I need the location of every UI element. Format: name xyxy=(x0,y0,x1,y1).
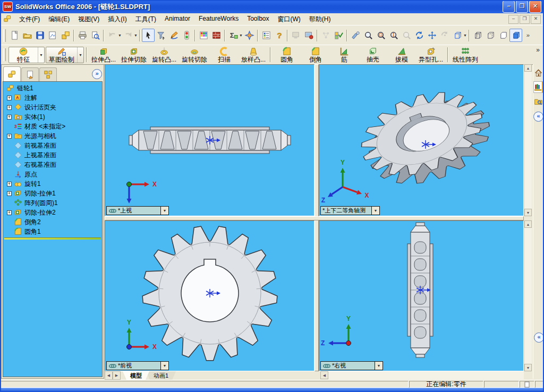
scrollbar-horizontal[interactable]: ◀ xyxy=(320,371,524,379)
panel-expand-button[interactable]: » xyxy=(92,69,102,79)
view-dropdown-button[interactable]: ▼ xyxy=(371,207,379,215)
menu-item[interactable]: 视图(V) xyxy=(74,14,104,25)
rollback-bar[interactable] xyxy=(4,237,101,240)
feature-button-extrude-boss[interactable]: 拉伸凸... xyxy=(89,46,118,64)
toolbar-overflow-button[interactable]: » xyxy=(536,45,540,54)
view-dropdown-button[interactable]: ▼ xyxy=(375,362,382,370)
tree-item[interactable]: 原点 xyxy=(3,169,102,179)
dropdown-arrow-icon[interactable]: ▼ xyxy=(239,33,243,37)
equations-button[interactable]: Σ xyxy=(227,29,240,42)
feature-button-extrude-cut[interactable]: 拉伸切除 xyxy=(118,46,149,64)
tree-item[interactable]: +切除-拉伸1 xyxy=(3,189,102,198)
feature-button-shell[interactable]: 抽壳 xyxy=(359,46,387,64)
feature-button-revolve-cut[interactable]: 旋转切除 xyxy=(179,46,210,64)
sketch-button[interactable] xyxy=(167,29,180,42)
view-label-isometric[interactable]: *上下二等角轴测▼ xyxy=(320,206,380,215)
tree-item[interactable]: 倒角2 xyxy=(3,217,102,227)
resize-grip[interactable] xyxy=(535,381,543,388)
view-label-top[interactable]: *上视▼ xyxy=(106,206,169,215)
texture-button[interactable] xyxy=(210,29,223,42)
view-dropdown-button[interactable]: ▼ xyxy=(160,362,168,370)
task-pane-home-button[interactable] xyxy=(533,67,543,79)
tree-item[interactable]: +光源与相机 xyxy=(3,131,102,141)
task-pane-collapse-button-2[interactable]: « xyxy=(534,333,544,343)
feature-button-revolve-boss[interactable]: 旋转凸... xyxy=(149,46,179,64)
view-label-front[interactable]: *前视▼ xyxy=(106,361,169,370)
dropdown-arrow-icon[interactable]: ▼ xyxy=(77,47,83,63)
scroll-up-icon[interactable]: ▲ xyxy=(524,220,532,228)
feature-button-fillet[interactable]: 圆角 xyxy=(273,46,301,64)
viewport-isometric[interactable]: YXZ *上下二等角轴测▼ xyxy=(319,64,524,216)
panel-tab-configurationmanager[interactable] xyxy=(39,67,57,82)
scrollbar-vertical-bottom[interactable]: ▲ ▼ xyxy=(524,220,532,371)
tree-item[interactable]: +旋转1 xyxy=(3,179,102,189)
rebuild-button[interactable] xyxy=(180,29,193,42)
expand-icon[interactable]: + xyxy=(7,115,12,120)
selection-filter-button[interactable] xyxy=(155,29,167,42)
tree-item[interactable]: 右视基准面 xyxy=(3,160,102,169)
view-label-right[interactable]: *右视▼ xyxy=(320,361,383,370)
task-pane-file-explorer-button[interactable] xyxy=(533,96,543,107)
feature-button-linear-pattern[interactable]: 线性阵列 xyxy=(450,46,481,64)
dropdown-arrow-icon[interactable]: ▼ xyxy=(38,47,44,63)
tree-item[interactable]: +实体(1) xyxy=(3,112,102,122)
menu-item[interactable]: 窗口(W) xyxy=(274,14,305,25)
menu-item[interactable]: 工具(T) xyxy=(131,14,160,25)
expand-icon[interactable]: + xyxy=(7,105,12,110)
tree-item[interactable]: +设计活页夹 xyxy=(3,103,102,112)
tree-item[interactable]: 3材质 <未指定> xyxy=(3,122,102,131)
edrawings-publish-button[interactable] xyxy=(302,29,315,42)
tree-item[interactable]: 前视基准面 xyxy=(3,141,102,150)
options-button[interactable] xyxy=(260,29,273,42)
help-button[interactable]: ? xyxy=(273,29,285,42)
expand-icon[interactable]: + xyxy=(7,191,12,196)
shaded-button[interactable] xyxy=(509,29,522,42)
view-dropdown-button[interactable]: ▼ xyxy=(160,207,168,215)
print-button[interactable] xyxy=(76,29,89,42)
feature-button-sweep[interactable]: 扫描 xyxy=(210,46,239,64)
hidden-lines-visible-button[interactable] xyxy=(484,29,497,42)
title-bar[interactable]: SW SolidWorks Office 2006 - [链轮1.SLDPRT]… xyxy=(0,0,544,13)
wireframe-button[interactable] xyxy=(471,29,484,42)
menu-item[interactable]: Animator xyxy=(160,14,194,25)
zoom-selection-button[interactable] xyxy=(400,29,413,42)
panel-tab-featuremanager[interactable] xyxy=(3,66,21,82)
viewport-right[interactable]: YZ *右视▼ xyxy=(319,220,524,371)
open-button[interactable] xyxy=(21,29,33,42)
feature-button-rib[interactable]: 筋 xyxy=(330,46,359,64)
feature-button-hole-wizard[interactable]: 异型孔... xyxy=(416,46,446,64)
menu-item[interactable]: 编辑(E) xyxy=(44,14,74,25)
scroll-left-icon[interactable]: ◀ xyxy=(320,371,328,379)
standard-views-button[interactable] xyxy=(451,29,464,42)
menu-item[interactable]: 文件(F) xyxy=(15,14,44,25)
scrollbar-vertical-top[interactable]: ▲ ▼ xyxy=(524,64,532,216)
rotate-view-button[interactable] xyxy=(413,29,426,42)
solidworks-explorer-button[interactable] xyxy=(243,29,256,42)
design-checker-button[interactable] xyxy=(332,29,345,42)
expand-icon[interactable]: + xyxy=(7,96,12,100)
print-preview-button[interactable] xyxy=(89,29,101,42)
feature-button-draft[interactable]: 拔模 xyxy=(387,46,416,64)
zoom-in-out-button[interactable] xyxy=(387,29,400,42)
viewport-top[interactable]: XZ *上视▼ xyxy=(105,64,314,216)
mdi-restore-button[interactable]: ❐ xyxy=(520,15,530,24)
animator-button[interactable] xyxy=(290,29,302,42)
tree-item[interactable]: +A注解 xyxy=(3,93,102,103)
feature-button-chamfer[interactable]: 倒角 xyxy=(301,46,330,64)
tree-item[interactable]: +切除-拉伸2 xyxy=(3,208,102,217)
relations-button[interactable] xyxy=(319,29,332,42)
tree-item[interactable]: 上视基准面 xyxy=(3,150,102,160)
tree-item[interactable]: 链轮1 xyxy=(3,83,102,93)
hidden-lines-removed-button[interactable] xyxy=(497,29,509,42)
menu-item[interactable]: 插入(I) xyxy=(104,14,131,25)
save-button[interactable] xyxy=(33,29,46,42)
expand-icon[interactable]: + xyxy=(7,134,12,139)
view-orientation-button[interactable] xyxy=(349,29,362,42)
scroll-down-icon[interactable]: ▼ xyxy=(524,209,532,216)
dropdown-arrow-icon[interactable]: ▼ xyxy=(463,33,467,37)
edit-color-button[interactable] xyxy=(197,29,210,42)
menu-item[interactable]: 帮助(H) xyxy=(305,14,335,25)
make-drawing-button[interactable] xyxy=(46,29,59,42)
sheet-tab-动画1[interactable]: 动画1 xyxy=(146,371,176,380)
mdi-close-button[interactable]: ✕ xyxy=(531,15,541,24)
